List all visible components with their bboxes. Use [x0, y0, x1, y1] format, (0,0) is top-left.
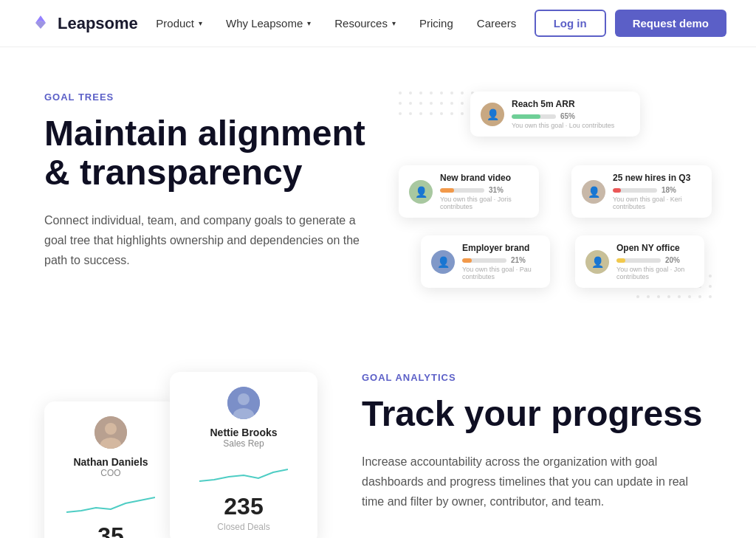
analytics-chart-nettie: [199, 461, 288, 487]
goal-trees-description: Connect individual, team, and company go…: [44, 210, 369, 271]
logo[interactable]: Leapsome: [30, 13, 138, 35]
goal-card-ny-office: 👤 Open NY office 20% You own this goal ·…: [575, 235, 704, 288]
goal-card-hires-avatar: 👤: [582, 180, 605, 204]
login-button[interactable]: Log in: [535, 10, 606, 37]
goal-card-arr: 👤 Reach 5m ARR 65% You own this goal · L…: [470, 92, 640, 137]
nav-pricing[interactable]: Pricing: [419, 17, 453, 30]
analytics-number-nettie: 235: [224, 493, 263, 520]
analytics-avatar-nettie: [227, 387, 260, 419]
nav-links: Product Why Leapsome Resources Pricing C…: [156, 17, 516, 30]
dot-grid-top-left: document.currentScript.insertAdjacentHTM…: [399, 92, 474, 115]
nav-resources[interactable]: Resources: [334, 17, 396, 30]
logo-text: Leapsome: [58, 14, 138, 33]
goal-card-employer-bar: [462, 258, 506, 263]
goal-card-employer: 👤 Employer brand 21% You own this goal ·…: [421, 235, 550, 288]
goal-card-hires-bar: [613, 188, 657, 193]
goal-card-ny-office-avatar: 👤: [585, 250, 609, 274]
goal-card-hires-title: 25 new hires in Q3: [613, 173, 701, 183]
goal-trees-content: GOAL TREES Maintain alignment & transpar…: [44, 92, 369, 270]
analytics-avatar-nathan: [94, 416, 127, 449]
goal-card-brand-video-sub: You own this goal · Joris contributes: [440, 196, 529, 210]
goal-analytics-section: Nathan Daniels COO 35 Hires: [0, 328, 756, 538]
logo-icon: [30, 13, 52, 35]
nav-why-leapsome[interactable]: Why Leapsome: [226, 17, 311, 30]
analytics-label-nettie: Closed Deals: [217, 522, 269, 532]
goal-card-brand-video-title: New brand video: [440, 173, 529, 183]
analytics-name-nettie: Nettie Brooks: [210, 427, 277, 438]
svg-point-3: [105, 423, 117, 435]
goal-card-employer-avatar: 👤: [431, 250, 455, 274]
goal-trees-section: GOAL TREES Maintain alignment & transpar…: [0, 47, 756, 328]
demo-button[interactable]: Request demo: [615, 10, 726, 37]
nav-actions: Log in Request demo: [535, 10, 726, 37]
goal-card-brand-video-avatar: 👤: [409, 180, 433, 204]
analytics-name-nathan: Nathan Daniels: [73, 456, 148, 468]
goal-card-arr-sub: You own this goal · Lou contributes: [512, 122, 630, 129]
goal-card-brand-video-pct: 31%: [489, 186, 504, 194]
goal-card-ny-office-pct: 20%: [665, 256, 680, 264]
goal-card-arr-pct: 65%: [560, 112, 575, 120]
goal-trees-heading: Maintain alignment & transparency: [44, 114, 369, 193]
navbar: Leapsome Product Why Leapsome Resources …: [0, 0, 756, 47]
analytics-description: Increase accountability across the organ…: [362, 452, 712, 512]
analytics-tag: GOAL ANALYTICS: [362, 372, 712, 383]
analytics-heading: Track your progress: [362, 395, 712, 434]
goal-trees-tag: GOAL TREES: [44, 92, 369, 103]
goal-card-employer-title: Employer brand: [462, 243, 540, 253]
analytics-card-nathan: Nathan Daniels COO 35 Hires: [44, 401, 177, 538]
svg-point-6: [238, 393, 250, 405]
goal-card-hires: 👤 25 new hires in Q3 18% You own this go…: [571, 165, 712, 218]
goal-card-arr-title: Reach 5m ARR: [512, 99, 630, 109]
goal-card-ny-office-title: Open NY office: [616, 243, 694, 253]
goal-card-employer-sub: You own this goal · Pau contributes: [462, 266, 540, 280]
analytics-number-nathan: 35: [97, 523, 124, 538]
analytics-visual: Nathan Daniels COO 35 Hires: [44, 372, 317, 538]
analytics-role-nettie: Sales Rep: [223, 438, 264, 449]
goal-card-arr-bar: [512, 114, 556, 119]
analytics-role-nathan: COO: [100, 468, 120, 478]
analytics-card-nettie: Nettie Brooks Sales Rep 235 Closed Deals: [170, 372, 317, 538]
analytics-content: GOAL ANALYTICS Track your progress Incre…: [362, 372, 712, 511]
goal-card-hires-sub: You own this goal · Keri contributes: [613, 196, 701, 210]
analytics-chart-nathan: [66, 490, 155, 517]
nav-product[interactable]: Product: [156, 17, 202, 30]
goal-card-hires-pct: 18%: [662, 186, 676, 194]
goal-card-employer-pct: 21%: [511, 256, 526, 264]
goal-card-arr-avatar: 👤: [481, 103, 504, 126]
goal-card-ny-office-bar: [616, 258, 661, 263]
goal-trees-visual: document.currentScript.insertAdjacentHTM…: [399, 92, 712, 298]
nav-careers[interactable]: Careers: [477, 17, 516, 30]
goal-card-ny-office-sub: You own this goal · Jon contributes: [616, 266, 694, 280]
goal-card-brand-video: 👤 New brand video 31% You own this goal …: [399, 165, 539, 218]
goal-card-brand-video-bar: [440, 188, 484, 193]
